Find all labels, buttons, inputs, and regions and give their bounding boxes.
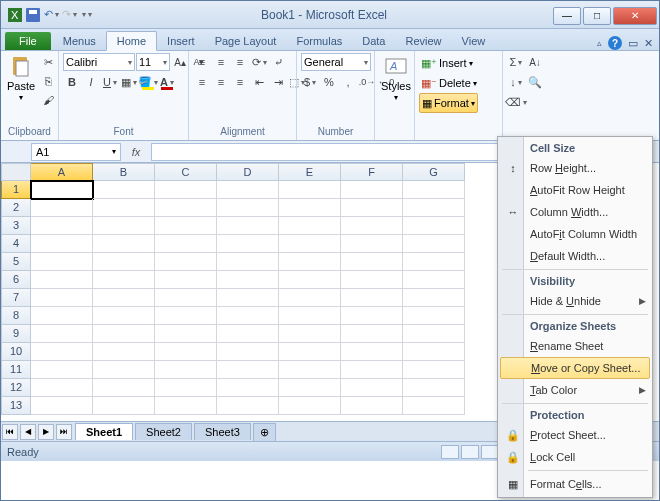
col-header-g[interactable]: G [403,163,465,181]
cell[interactable] [279,397,341,415]
cell[interactable] [217,343,279,361]
increase-font-icon[interactable]: A▴ [171,53,189,71]
align-left-icon[interactable]: ≡ [193,73,211,91]
cell[interactable] [341,307,403,325]
row-header-12[interactable]: 12 [1,379,31,397]
row-header-13[interactable]: 13 [1,397,31,415]
cell[interactable] [279,253,341,271]
row-header-6[interactable]: 6 [1,271,31,289]
cell[interactable] [31,217,93,235]
insert-cells-button[interactable]: ▦⁺Insert▾ [419,53,475,73]
cell[interactable] [155,343,217,361]
cell[interactable] [31,181,93,199]
cell[interactable] [217,199,279,217]
col-header-e[interactable]: E [279,163,341,181]
fill-color-button[interactable]: 🪣 [139,73,157,91]
close-button[interactable]: ✕ [613,7,657,25]
cell[interactable] [31,343,93,361]
sheet-tab-3[interactable]: Sheet3 [194,423,251,440]
fill-icon[interactable]: ↓ [507,73,525,91]
row-header-11[interactable]: 11 [1,361,31,379]
cell[interactable] [279,325,341,343]
cell[interactable] [93,307,155,325]
copy-icon[interactable]: ⎘ [39,72,57,90]
cell[interactable] [93,325,155,343]
menu-autofit-row[interactable]: AutoFit Row Height [500,179,650,201]
styles-button[interactable]: A Styles ▾ [379,53,413,104]
tab-home[interactable]: Home [106,31,157,51]
sheet-nav-last[interactable]: ⏭ [56,424,72,440]
menu-default-width[interactable]: Default Width... [500,245,650,267]
tab-data[interactable]: Data [352,32,395,50]
cell[interactable] [155,307,217,325]
cell[interactable] [155,361,217,379]
redo-icon[interactable]: ↷ [61,7,77,23]
cell[interactable] [93,217,155,235]
cell[interactable] [217,181,279,199]
cell[interactable] [155,289,217,307]
cell[interactable] [31,289,93,307]
cell[interactable] [93,235,155,253]
cell[interactable] [403,361,465,379]
row-header-8[interactable]: 8 [1,307,31,325]
col-header-f[interactable]: F [341,163,403,181]
cell[interactable] [403,181,465,199]
cell[interactable] [341,235,403,253]
menu-move-copy-sheet[interactable]: Move or Copy Sheet... [500,357,650,379]
cell[interactable] [341,289,403,307]
file-tab[interactable]: File [5,32,51,50]
help-icon[interactable]: ? [608,36,622,50]
increase-indent-icon[interactable]: ⇥ [269,73,287,91]
cell[interactable] [31,235,93,253]
cell[interactable] [403,289,465,307]
col-header-d[interactable]: D [217,163,279,181]
menu-row-height[interactable]: ↕Row Height... [500,157,650,179]
cell[interactable] [217,307,279,325]
tab-view[interactable]: View [452,32,496,50]
tab-review[interactable]: Review [396,32,452,50]
orientation-icon[interactable]: ⟳ [250,53,268,71]
tab-page-layout[interactable]: Page Layout [205,32,287,50]
cell[interactable] [31,397,93,415]
cell[interactable] [155,271,217,289]
bold-button[interactable]: B [63,73,81,91]
border-button[interactable]: ▦ [120,73,138,91]
cell[interactable] [217,253,279,271]
comma-format-icon[interactable]: , [339,73,357,91]
italic-button[interactable]: I [82,73,100,91]
cell[interactable] [217,361,279,379]
cell[interactable] [403,199,465,217]
cell[interactable] [403,343,465,361]
cell[interactable] [403,271,465,289]
cell[interactable] [403,379,465,397]
cell[interactable] [279,235,341,253]
cell[interactable] [93,253,155,271]
menu-lock-cell[interactable]: 🔒Lock Cell [500,446,650,468]
new-sheet-button[interactable]: ⊕ [253,423,276,441]
format-cells-button[interactable]: ▦Format▾ [419,93,478,113]
cell[interactable] [31,199,93,217]
delete-cells-button[interactable]: ▦⁻Delete▾ [419,73,479,93]
cell[interactable] [155,379,217,397]
cell[interactable] [217,325,279,343]
cell[interactable] [279,217,341,235]
cell[interactable] [341,325,403,343]
name-box[interactable]: A1▾ [31,143,121,161]
cell[interactable] [217,235,279,253]
cell[interactable] [341,271,403,289]
cell[interactable] [341,217,403,235]
align-middle-icon[interactable]: ≡ [212,53,230,71]
cell[interactable] [93,397,155,415]
percent-format-icon[interactable]: % [320,73,338,91]
cell[interactable] [93,343,155,361]
cell[interactable] [279,271,341,289]
cell[interactable] [279,199,341,217]
menu-protect-sheet[interactable]: 🔒Protect Sheet... [500,424,650,446]
row-header-2[interactable]: 2 [1,199,31,217]
cell[interactable] [217,289,279,307]
cell[interactable] [279,343,341,361]
increase-decimal-icon[interactable]: .0→ [358,73,376,91]
window-restore-icon[interactable]: ▭ [628,37,638,50]
cell[interactable] [279,361,341,379]
row-header-5[interactable]: 5 [1,253,31,271]
